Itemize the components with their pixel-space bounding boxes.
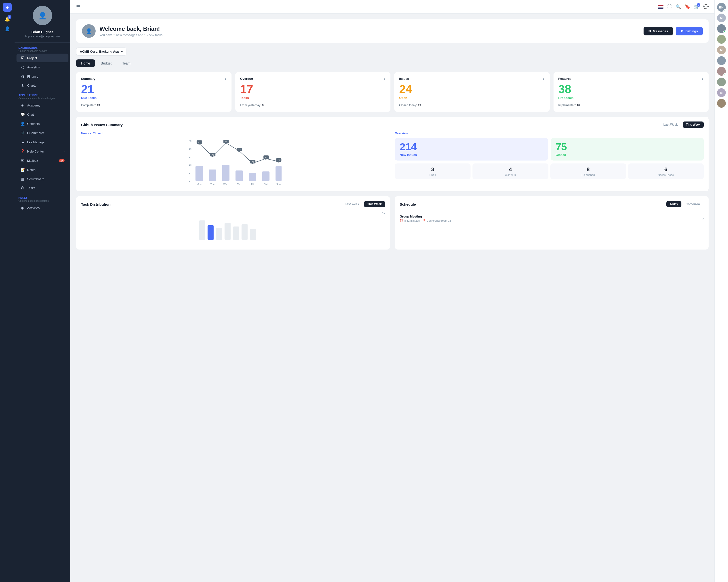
fixed-label: Fixed: [397, 173, 468, 176]
messages-button[interactable]: ✉ Messages: [644, 27, 673, 35]
sidebar-item-helpcenter[interactable]: ❓ Help Center ›: [17, 147, 69, 156]
sidebar-item-label-analytics: Analytics: [27, 65, 40, 69]
svg-text:Tue: Tue: [210, 183, 214, 186]
sidebar-item-label-activities: Activities: [27, 206, 40, 210]
chart-svg: 45 36 27 18 9 0: [81, 138, 390, 187]
stat-card-issues: ⋮ Issues 24 Open Closed today: 19: [394, 72, 550, 112]
svg-text:27: 27: [189, 156, 192, 158]
github-issues-section: Github Issues Summary Last Week This Wee…: [76, 117, 709, 191]
schedule-item-chevron[interactable]: ›: [703, 216, 704, 221]
fullscreen-icon[interactable]: ⛶: [667, 4, 672, 9]
project-selector[interactable]: ACME Corp. Backend App ▾: [76, 48, 126, 56]
messages-envelope-icon: ✉: [648, 29, 651, 33]
github-this-week-btn[interactable]: This Week: [683, 121, 704, 128]
topbar-right: ⛶ 🔍 🔖 🛒 5 💬: [658, 4, 709, 9]
sidebar-item-project[interactable]: ☑ Project: [17, 54, 69, 62]
sidebar-item-academy[interactable]: ◈ Academy: [17, 101, 69, 110]
right-avatar-9[interactable]: M: [717, 88, 726, 97]
sidebar-item-label-tasks: Tasks: [27, 186, 35, 190]
right-avatar-8[interactable]: [717, 78, 726, 86]
right-avatar-4[interactable]: [717, 35, 726, 44]
chart-subtitle: New vs. Closed: [81, 132, 390, 135]
sidebar-user-profile: 👤 Brian Hughes hughes.brian@company.com: [15, 0, 70, 43]
right-avatar-7[interactable]: [717, 67, 726, 76]
app-logo[interactable]: ◆: [3, 3, 11, 11]
sidebar-item-notes[interactable]: 📝 Notes: [17, 165, 69, 174]
sidebar-item-crypto[interactable]: $ Crypto: [17, 81, 69, 90]
svg-rect-53: [250, 229, 256, 240]
sidebar-item-finance[interactable]: ◑ Finance: [17, 72, 69, 81]
issues-number: 24: [399, 83, 545, 95]
stat-card-features: ⋮ Features 38 Proposals Implemented: 16: [553, 72, 709, 112]
svg-text:Mon: Mon: [197, 183, 201, 186]
sidebar-item-label-mailbox: Mailbox: [27, 159, 38, 163]
sidebar-section-pages: PAGES Custom made page designs: [15, 193, 70, 203]
features-card-title: Features: [558, 77, 704, 81]
sidebar-item-label-contacts: Contacts: [27, 122, 40, 126]
hamburger-menu[interactable]: ☰: [76, 4, 80, 9]
reopened-label: Re-opened: [553, 173, 624, 176]
main-area: ☰ ⛶ 🔍 🔖 🛒 5 💬 👤 Welcome back, Brian! You…: [70, 0, 714, 582]
mailbox-badge: 27: [59, 159, 64, 162]
overdue-card-menu[interactable]: ⋮: [383, 76, 387, 81]
sidebar-section-dashboards: DASHBOARDS Unique dashboard designs: [15, 43, 70, 53]
bookmark-icon[interactable]: 🔖: [685, 4, 690, 9]
sidebar-item-activities[interactable]: ◉ Activities: [17, 203, 69, 212]
sidebar-item-filemanager[interactable]: ☁ File Manager: [17, 138, 69, 146]
sidebar-item-mailbox[interactable]: ✉ Mailbox 27: [17, 156, 69, 165]
svg-point-35: [225, 142, 227, 144]
academy-icon: ◈: [20, 103, 25, 107]
right-avatar-3[interactable]: [717, 24, 726, 33]
welcome-subtitle: You have 2 new messages and 15 new tasks: [100, 33, 163, 37]
svg-rect-52: [242, 224, 248, 240]
svg-point-39: [278, 161, 280, 163]
github-last-week-btn[interactable]: Last Week: [660, 121, 681, 128]
sidebar-item-chat[interactable]: 💬 Chat: [17, 110, 69, 119]
right-avatar-2[interactable]: M: [717, 13, 726, 22]
online-indicator-1: [723, 9, 726, 11]
sidebar-item-label-project: Project: [27, 56, 37, 60]
summary-sub: Completed: 13: [81, 104, 227, 107]
helpcenter-icon: ❓: [20, 149, 25, 154]
right-avatar-10[interactable]: [717, 99, 726, 108]
sidebar-item-contacts[interactable]: 👤 Contacts: [17, 119, 69, 128]
notifications-button[interactable]: 🔔 3: [3, 15, 11, 23]
issues-card-menu[interactable]: ⋮: [542, 76, 546, 81]
reopened-number: 8: [553, 166, 624, 173]
sidebar-user-email: hughes.brian@company.com: [25, 35, 60, 37]
sidebar-item-ecommerce[interactable]: 🛒 ECommerce ›: [17, 129, 69, 137]
sidebar-item-tasks[interactable]: ⏱ Tasks: [17, 184, 69, 192]
features-card-menu[interactable]: ⋮: [701, 76, 705, 81]
messages-icon[interactable]: 💬: [703, 4, 709, 9]
settings-button[interactable]: ⚙ Settings: [676, 27, 703, 35]
schedule-card: Schedule Today Tomorrow Group Meeting ⏰ …: [395, 196, 709, 250]
schedule-tomorrow-btn[interactable]: Tomorrow: [683, 201, 704, 207]
tab-budget[interactable]: Budget: [96, 59, 116, 67]
mini-card-triage: 6 Needs Triage: [628, 163, 704, 179]
schedule-today-btn[interactable]: Today: [666, 201, 681, 207]
sidebar-item-scrumboard[interactable]: ▦ Scrumboard: [17, 175, 69, 183]
schedule-time: ⏰ in 32 minutes: [400, 219, 420, 222]
sidebar-item-analytics[interactable]: ◎ Analytics: [17, 63, 69, 72]
messages-button-label: Messages: [653, 29, 668, 33]
summary-card-menu[interactable]: ⋮: [224, 76, 228, 81]
tab-home[interactable]: Home: [76, 59, 95, 67]
search-icon[interactable]: 🔍: [676, 4, 681, 9]
chart-container: New vs. Closed 45 36 27 18 9 0: [81, 132, 390, 187]
task-dist-title: Task Distribution: [81, 202, 110, 206]
svg-text:45: 45: [189, 139, 192, 142]
tab-team[interactable]: Team: [118, 59, 135, 67]
sidebar-item-label-chat: Chat: [27, 113, 34, 116]
stat-card-overdue: ⋮ Overdue 17 Tasks From yesterday: 9: [235, 72, 391, 112]
cart-icon[interactable]: 🛒 5: [694, 4, 699, 9]
right-avatar-5[interactable]: M: [717, 46, 726, 54]
right-avatar-1[interactable]: BH: [717, 3, 726, 11]
language-flag[interactable]: [658, 5, 664, 9]
right-avatar-6[interactable]: [717, 56, 726, 65]
task-dist-last-week-btn[interactable]: Last Week: [341, 201, 363, 207]
notes-icon: 📝: [20, 168, 25, 172]
user-icon-button[interactable]: 👤: [3, 25, 11, 33]
task-dist-this-week-btn[interactable]: This Week: [364, 201, 385, 207]
new-issues-card: 214 New Issues: [395, 138, 548, 161]
online-indicator-3: [723, 31, 726, 33]
